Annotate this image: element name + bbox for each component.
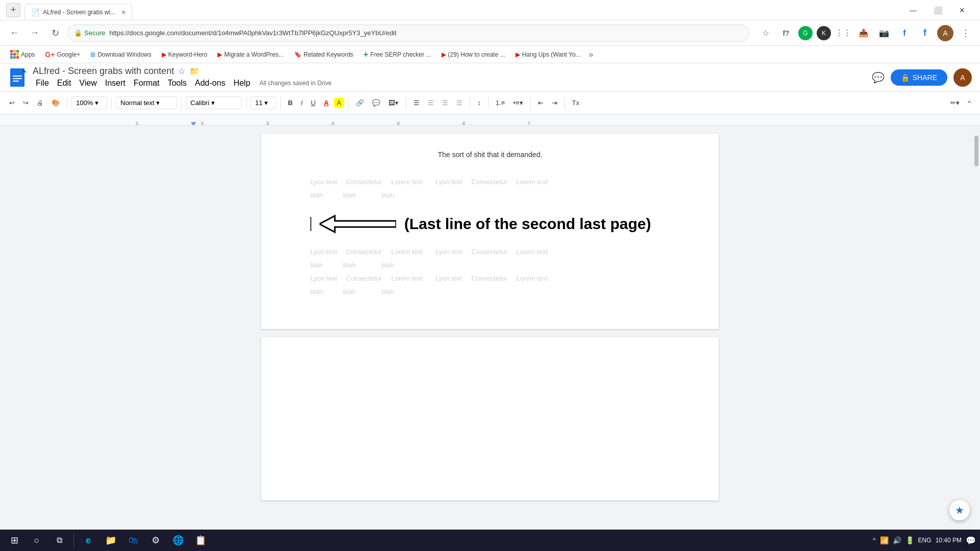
page-2[interactable] [261, 337, 719, 500]
bookmark-how-to-create[interactable]: ▶ (29) How to create ... [437, 49, 509, 60]
bookmark-related-keywords[interactable]: 🔖 Related Keywords [290, 49, 357, 60]
zoom-select[interactable]: 100% ▾ [71, 96, 107, 109]
menu-tools[interactable]: Tools [164, 78, 189, 89]
battery-icon[interactable]: 🔋 [905, 536, 914, 544]
svg-text:7: 7 [528, 121, 530, 126]
highlight-button[interactable]: A [334, 98, 345, 108]
notification-icon[interactable]: 💬 [966, 536, 976, 545]
forward-button[interactable]: → [27, 25, 43, 41]
bookmark-button[interactable]: ☆ [757, 25, 774, 41]
bold-button[interactable]: B [285, 97, 296, 109]
profile-avatar[interactable]: A [937, 25, 953, 41]
explore-button[interactable]: ★ [949, 500, 970, 520]
menu-format[interactable]: Format [131, 78, 163, 89]
decrease-indent-button[interactable]: ⇤ [535, 97, 547, 109]
network-icon[interactable]: 📶 [880, 536, 889, 544]
menu-edit[interactable]: Edit [54, 78, 75, 89]
link-button[interactable]: 🔗 [353, 97, 367, 109]
increase-indent-button[interactable]: ⇥ [549, 97, 560, 109]
refresh-button[interactable]: ↻ [47, 25, 63, 41]
share-button[interactable]: 🔒 SHARE [891, 69, 947, 86]
address-box[interactable]: 🔒 Secure https://docs.google.com/documen… [67, 24, 749, 42]
italic-button[interactable]: I [298, 97, 306, 109]
align-justify-button[interactable]: ☰ [453, 97, 465, 109]
expand-tray-icon[interactable]: ^ [873, 537, 876, 544]
comment-inline-button[interactable]: 💬 [369, 97, 383, 109]
style-select[interactable]: Normal text ▾ [116, 96, 177, 109]
scrollbar[interactable] [973, 126, 980, 530]
close-button[interactable]: ✕ [950, 2, 974, 18]
new-tab-button[interactable]: + [6, 3, 20, 17]
settings-button[interactable]: ⚙ [145, 530, 166, 550]
last-line-text[interactable]: (Last line of the second last page) [404, 212, 651, 235]
redo-button[interactable]: ↪ [20, 97, 32, 109]
more-bookmarks-button[interactable]: » [589, 50, 594, 59]
start-icon: ⊞ [11, 535, 18, 546]
user-avatar[interactable]: A [953, 68, 972, 87]
bookmark-google-plus[interactable]: G+ Google+ [41, 48, 84, 61]
back-button[interactable]: ← [6, 25, 22, 41]
svg-rect-3 [13, 81, 19, 82]
browser-taskbar-button[interactable]: 🌐 [168, 530, 188, 550]
doc-star-button[interactable]: ☆ [178, 66, 185, 76]
bookmark-download-windows[interactable]: ⊞ Download Windows [86, 49, 155, 60]
grammarly-button[interactable]: G [798, 26, 813, 40]
line-spacing-button[interactable]: ↕ [474, 97, 484, 109]
bookmark-keyword-hero[interactable]: ▶ Keyword-Hero [158, 49, 212, 60]
task-view-button[interactable]: ⧉ [49, 530, 69, 550]
underline-button[interactable]: U [308, 97, 318, 109]
extension-share-button[interactable]: 📤 [855, 25, 872, 41]
menu-help[interactable]: Help [230, 78, 253, 89]
bookmark-hang-ups[interactable]: ▶ Hang Ups (Want Yo... [511, 49, 585, 60]
pages-area: The sort of shit that it demanded. Lyon … [261, 134, 719, 521]
edit-mode-button[interactable]: ✏▾ [947, 97, 963, 109]
font-select[interactable]: Calibri ▾ [186, 96, 242, 109]
menu-addons[interactable]: Add-ons [192, 78, 229, 89]
menu-view[interactable]: View [76, 78, 100, 89]
numbered-list-button[interactable]: 1.≡ [493, 97, 508, 109]
extension-dots-button[interactable]: ⋮⋮ [835, 25, 851, 41]
edge-button[interactable]: e [78, 530, 99, 550]
image-button[interactable]: 🖼▾ [385, 97, 402, 109]
explorer-button[interactable]: 📁 [101, 530, 121, 550]
chrome-menu-button[interactable]: ⋮ [958, 25, 974, 41]
page-1[interactable]: The sort of shit that it demanded. Lyon … [261, 134, 719, 329]
menu-insert[interactable]: Insert [102, 78, 129, 89]
maximize-button[interactable]: ⬜ [926, 2, 949, 18]
store-button[interactable]: 🛍 [123, 530, 143, 550]
minimize-button[interactable]: — [901, 2, 925, 18]
bullet-list-button[interactable]: •≡▾ [510, 97, 526, 109]
text-color-button[interactable]: A [321, 97, 331, 109]
extension-fb-button[interactable]: f [896, 25, 913, 41]
undo-button[interactable]: ↩ [6, 97, 18, 109]
bookmark-migrate-wordpress[interactable]: ▶ Migrate a WordPres... [213, 49, 287, 60]
doc-folder-button[interactable]: 📁 [189, 66, 200, 76]
search-button[interactable]: ○ [27, 530, 47, 550]
extension-f-button[interactable]: f? [778, 25, 794, 41]
svg-text:3: 3 [266, 121, 269, 126]
scrollbar-thumb[interactable] [974, 136, 978, 166]
collapse-toolbar-button[interactable]: ^ [965, 97, 974, 109]
align-center-button[interactable]: ☰ [425, 97, 437, 109]
align-left-button[interactable]: ☰ [410, 97, 423, 109]
align-right-button[interactable]: ☰ [439, 97, 451, 109]
other-app-icon: 📋 [195, 535, 206, 546]
clear-format-button[interactable]: Tx [569, 97, 582, 109]
start-button[interactable]: ⊞ [4, 530, 24, 550]
bookmark-free-serp[interactable]: + Free SERP checker ... [359, 48, 435, 61]
print-button[interactable]: 🖨 [34, 97, 46, 109]
volume-icon[interactable]: 🔊 [893, 536, 901, 544]
paint-format-button[interactable]: 🎨 [48, 97, 63, 109]
extension-camera-button[interactable]: 📷 [876, 25, 892, 41]
active-tab[interactable]: 📄 ALfred - Screen grabs wi... × [24, 4, 132, 20]
font-size-select[interactable]: 11 ▾ [251, 96, 276, 109]
svg-rect-0 [10, 68, 24, 87]
main-content[interactable]: The sort of shit that it demanded. Lyon … [0, 126, 980, 530]
tab-close-button[interactable]: × [121, 8, 126, 16]
extension-fb2-button[interactable]: f [917, 25, 933, 41]
bookmark-apps[interactable]: Apps [6, 48, 39, 61]
comment-button[interactable]: 💬 [872, 71, 885, 84]
menu-file[interactable]: File [33, 78, 52, 89]
extension-k-button[interactable]: K [817, 26, 831, 40]
other-app-button[interactable]: 📋 [190, 530, 211, 550]
